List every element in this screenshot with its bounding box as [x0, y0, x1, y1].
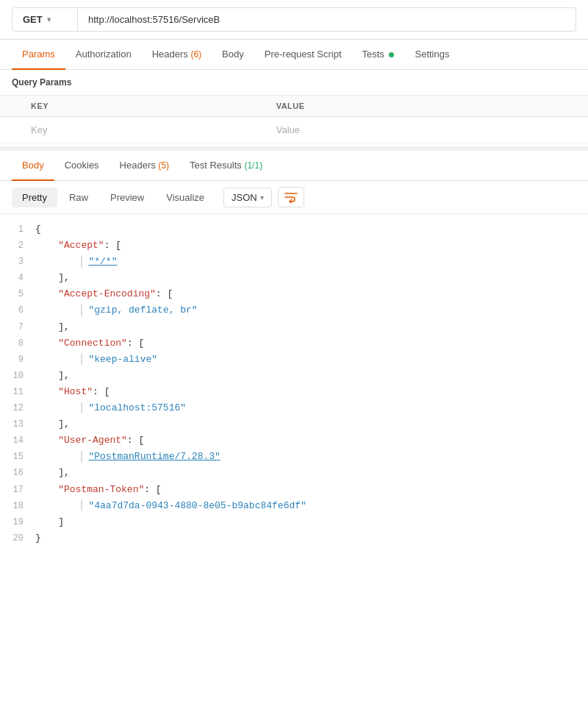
line-number: 13 — [0, 416, 35, 432]
line-content: "gzip, deflate, br" — [35, 302, 588, 319]
viewer-toolbar: Pretty Raw Preview Visualize JSON ▾ — [0, 181, 588, 214]
json-line: 11 "Host": [ — [0, 384, 588, 400]
json-key: "Connection" — [58, 338, 127, 349]
json-key: "Accept" — [58, 240, 104, 251]
method-chevron: ▾ — [47, 15, 51, 24]
tab-headers[interactable]: Headers (6) — [142, 40, 212, 70]
view-btn-preview[interactable]: Preview — [100, 188, 154, 207]
json-line: 1{ — [0, 221, 588, 238]
key-col-header: KEY — [22, 96, 268, 117]
line-number: 11 — [0, 384, 35, 399]
view-btn-raw[interactable]: Raw — [59, 188, 98, 207]
json-line: 4 ], — [0, 270, 588, 286]
url-input[interactable] — [78, 7, 576, 32]
json-value: "4aa7d7da-0943-4880-8e05-b9abc84fe6df" — [88, 500, 306, 511]
key-cell[interactable]: Key — [22, 117, 268, 143]
line-content: ], — [35, 416, 588, 433]
json-key: "Host" — [58, 386, 93, 397]
res-tab-headers[interactable]: Headers (5) — [110, 151, 179, 181]
line-content: "PostmanRuntime/7.28.3" — [35, 449, 588, 465]
line-number: 7 — [0, 319, 35, 335]
json-line: 7 ], — [0, 319, 588, 335]
request-tabs: Params Authorization Headers (6) Body Pr… — [0, 40, 588, 70]
line-content: ], — [35, 368, 588, 384]
line-number: 14 — [0, 433, 35, 448]
line-number: 10 — [0, 368, 35, 383]
params-table: KEY VALUE Key Value — [0, 95, 588, 143]
json-key: "User-Agent" — [58, 435, 127, 446]
json-value: "localhost:57516" — [88, 402, 186, 413]
json-line: 16 ], — [0, 465, 588, 481]
line-content: "4aa7d7da-0943-4880-8e05-b9abc84fe6df" — [35, 498, 588, 514]
json-line: 5 "Accept-Encoding": [ — [0, 286, 588, 302]
tab-tests[interactable]: Tests — [352, 40, 405, 70]
json-line: 17 "Postman-Token": [ — [0, 482, 588, 498]
json-line: 8 "Connection": [ — [0, 335, 588, 352]
json-line: 12 "localhost:57516" — [0, 400, 588, 416]
checkbox-col-header — [0, 96, 22, 117]
line-content: "localhost:57516" — [35, 400, 588, 416]
json-key: "Accept-Encoding" — [58, 288, 156, 299]
line-content: "Postman-Token": [ — [35, 482, 588, 498]
line-number: 16 — [0, 465, 35, 480]
json-viewer: 1{2 "Accept": [3 "*/*"4 ],5 "Accept-Enco… — [0, 214, 588, 554]
line-content: "*/*" — [35, 254, 588, 270]
json-line: 10 ], — [0, 368, 588, 384]
method-label: GET — [23, 14, 43, 25]
line-number: 18 — [0, 498, 35, 513]
value-col-header: VALUE — [268, 96, 588, 117]
wrap-button[interactable] — [278, 187, 304, 207]
json-line: 3 "*/*" — [0, 254, 588, 270]
query-params-header: Query Params — [0, 70, 588, 95]
json-line: 6 "gzip, deflate, br" — [0, 302, 588, 319]
line-content: } — [35, 530, 588, 547]
line-content: ], — [35, 465, 588, 481]
json-line: 15 "PostmanRuntime/7.28.3" — [0, 449, 588, 465]
json-key: "Postman-Token" — [58, 484, 144, 495]
line-number: 6 — [0, 302, 35, 318]
json-value: "*/*" — [88, 256, 117, 267]
res-tab-body[interactable]: Body — [12, 151, 54, 181]
view-btn-visualize[interactable]: Visualize — [156, 188, 215, 207]
json-value: "keep-alive" — [88, 354, 157, 365]
json-line: 19 ] — [0, 514, 588, 530]
line-number: 4 — [0, 270, 35, 285]
json-line: 20} — [0, 530, 588, 547]
tab-body[interactable]: Body — [212, 40, 254, 70]
line-content: "Accept-Encoding": [ — [35, 286, 588, 302]
tab-authorization[interactable]: Authorization — [65, 40, 142, 70]
line-number: 8 — [0, 335, 35, 351]
line-content: "Connection": [ — [35, 335, 588, 352]
line-content: ] — [35, 514, 588, 530]
tab-pre-request-script[interactable]: Pre-request Script — [254, 40, 352, 70]
row-checkbox[interactable] — [0, 117, 22, 143]
tab-settings[interactable]: Settings — [404, 40, 459, 70]
response-tabs: Body Cookies Headers (5) Test Results (1… — [0, 151, 588, 181]
line-content: { — [35, 221, 588, 238]
res-tab-cookies[interactable]: Cookies — [54, 151, 110, 181]
json-value: "gzip, deflate, br" — [88, 305, 197, 316]
tests-dot — [389, 52, 394, 57]
line-content: ], — [35, 319, 588, 335]
view-btn-pretty[interactable]: Pretty — [12, 188, 57, 207]
format-select[interactable]: JSON ▾ — [223, 188, 272, 207]
method-select[interactable]: GET ▾ — [12, 7, 78, 32]
json-line: 9 "keep-alive" — [0, 352, 588, 368]
line-content: "keep-alive" — [35, 352, 588, 368]
json-line: 14 "User-Agent": [ — [0, 433, 588, 449]
url-bar: GET ▾ — [0, 0, 588, 40]
response-section: Body Cookies Headers (5) Test Results (1… — [0, 146, 588, 554]
line-content: "Host": [ — [35, 384, 588, 400]
json-line: 2 "Accept": [ — [0, 238, 588, 254]
line-number: 3 — [0, 254, 35, 269]
line-number: 1 — [0, 221, 35, 237]
line-number: 15 — [0, 449, 35, 464]
res-tab-test-results[interactable]: Test Results (1/1) — [179, 151, 273, 181]
json-line: 18 "4aa7d7da-0943-4880-8e05-b9abc84fe6df… — [0, 498, 588, 514]
line-number: 17 — [0, 482, 35, 497]
tab-params[interactable]: Params — [12, 40, 65, 70]
line-number: 2 — [0, 238, 35, 253]
value-cell[interactable]: Value — [268, 117, 588, 143]
line-content: ], — [35, 270, 588, 286]
line-number: 9 — [0, 352, 35, 367]
